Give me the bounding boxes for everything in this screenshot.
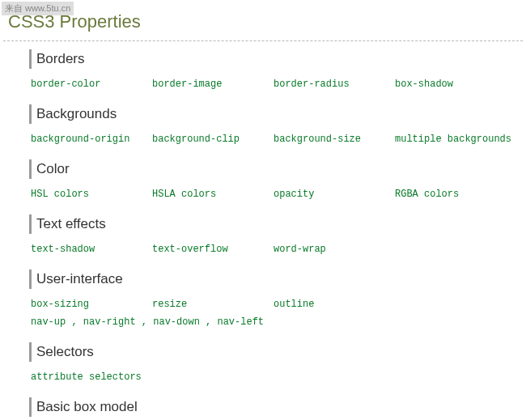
property-link[interactable]: background-clip — [152, 134, 274, 145]
section-backgrounds: Backgrounds background-origin background… — [23, 104, 518, 151]
section-heading: Selectors — [29, 342, 518, 362]
property-link[interactable]: border-color — [31, 78, 152, 90]
property-link[interactable]: HSLA colors — [152, 189, 274, 200]
property-link[interactable]: nav-up , nav-right , nav-down , nav-left — [31, 316, 264, 328]
section-heading: Color — [29, 159, 518, 179]
property-link[interactable]: box-shadow — [395, 78, 516, 90]
watermark-label: 来自 www.5tu.cn — [2, 2, 74, 15]
section-user-interface: User-interface box-sizing resize outline… — [23, 269, 518, 334]
property-link[interactable]: attribute selectors — [31, 371, 152, 383]
section-heading: Basic box model — [29, 397, 518, 417]
property-link[interactable]: background-size — [274, 134, 395, 145]
section-heading: User-interface — [29, 269, 518, 289]
property-link[interactable]: text-shadow — [31, 244, 152, 255]
property-link[interactable]: RGBA colors — [395, 189, 516, 200]
section-color: Color HSL colors HSLA colors opacity RGB… — [23, 159, 518, 206]
property-list: HSL colors HSLA colors opacity RGBA colo… — [23, 189, 518, 206]
content-area: Borders border-color border-image border… — [0, 49, 526, 417]
property-list: border-color border-image border-radius … — [23, 78, 518, 96]
property-link[interactable]: word-wrap — [274, 244, 395, 255]
property-link[interactable]: border-radius — [274, 78, 395, 90]
property-link[interactable]: HSL colors — [31, 189, 152, 200]
page-title: CSS3 Properties — [0, 0, 526, 40]
property-list: background-origin background-clip backgr… — [23, 134, 518, 151]
section-heading: Borders — [29, 49, 518, 69]
property-link[interactable]: outline — [274, 299, 395, 310]
section-text-effects: Text effects text-shadow text-overflow w… — [23, 214, 518, 261]
section-borders: Borders border-color border-image border… — [23, 49, 518, 96]
property-link[interactable]: text-overflow — [152, 244, 274, 255]
property-list: box-sizing resize outline nav-up , nav-r… — [23, 299, 518, 334]
property-link[interactable]: resize — [152, 299, 274, 310]
title-divider — [3, 40, 523, 41]
property-list: attribute selectors — [23, 371, 518, 389]
section-selectors: Selectors attribute selectors — [23, 342, 518, 389]
property-link[interactable]: opacity — [274, 189, 395, 200]
property-link[interactable]: multiple backgrounds — [395, 134, 516, 145]
property-link[interactable]: background-origin — [31, 134, 152, 145]
section-heading: Backgrounds — [29, 104, 518, 124]
section-heading: Text effects — [29, 214, 518, 234]
property-link[interactable]: box-sizing — [31, 299, 152, 310]
section-basic-box-model: Basic box model — [23, 397, 518, 417]
property-list: text-shadow text-overflow word-wrap — [23, 244, 518, 261]
property-link[interactable]: border-image — [152, 78, 274, 90]
